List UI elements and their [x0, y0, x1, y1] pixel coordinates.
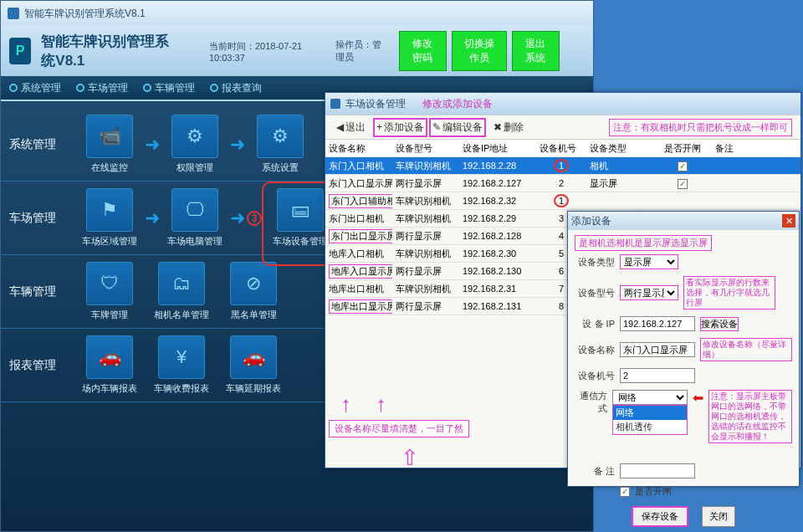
- menu-icon: [9, 84, 18, 92]
- tile-icon: ⊘: [246, 273, 261, 294]
- tile-label: 系统设置: [247, 161, 314, 174]
- name-input[interactable]: [620, 342, 695, 357]
- header: P 智能车牌识别管理系统V8.1 当前时间：2018-07-21 10:03:3…: [1, 26, 593, 76]
- remark-input[interactable]: [620, 463, 695, 478]
- menu-icon: [143, 84, 151, 92]
- save-button[interactable]: 保存设备: [632, 506, 688, 527]
- column-header: 设备机号: [536, 141, 586, 156]
- name-note: 修改设备名称（尽量详细）: [700, 338, 792, 361]
- comm-option-relay[interactable]: 相机透传: [613, 420, 687, 434]
- tile-icon: 🚗: [243, 346, 265, 368]
- close-button[interactable]: 关闭: [702, 506, 735, 527]
- exit-button[interactable]: ◀退出: [330, 117, 371, 138]
- nav-tile[interactable]: ⚙系统设置: [247, 115, 314, 174]
- comm-note: 注意：显示屏主板带网口的选网络，不带网口的选相机透传，选错的话在线监控不会显示和…: [708, 390, 792, 443]
- step-badge: 3: [247, 211, 262, 226]
- comm-label: 通信方式: [575, 390, 607, 415]
- arrow-left-icon: ⬅: [693, 390, 703, 406]
- titlebar: 智能车牌识别管理系统V8.1: [1, 1, 593, 26]
- tile-icon: ⚙: [187, 125, 203, 147]
- tile-label: 车辆延期报表: [220, 382, 287, 395]
- add-device-button[interactable]: +添加设备: [373, 118, 427, 137]
- nav-tile[interactable]: 🚗场内车辆报表: [76, 335, 143, 395]
- device-titlebar: 车场设备管理 修改或添加设备: [325, 93, 800, 115]
- nav-tile[interactable]: 🖵车场电脑管理: [161, 188, 228, 248]
- tile-icon: 🖵: [186, 199, 204, 221]
- switch-operator-button[interactable]: 切换操作员: [452, 31, 507, 71]
- table-row[interactable]: 东门入口显示屏两行显示屏192.168.2.1272显示屏✓: [325, 175, 800, 192]
- model-label: 设备型号: [575, 287, 615, 299]
- tile-icon: ⚑: [101, 199, 118, 221]
- arrow-right-icon: ➜: [145, 134, 160, 156]
- nav-tile[interactable]: ¥车辆收费报表: [148, 335, 215, 395]
- arrow-up-icon: ⇧: [401, 445, 419, 471]
- nav-tile[interactable]: ⊘黑名单管理: [220, 262, 287, 321]
- nav-tile[interactable]: ⚙权限管理: [161, 115, 228, 174]
- arrow-up-icon: ↑: [340, 391, 351, 417]
- comm-option-network[interactable]: 网络: [613, 406, 687, 420]
- tile-label: 车场电脑管理: [161, 235, 228, 248]
- device-toolbar: ◀退出 +添加设备 ✎编辑设备 ✖删除 注意：有双相机时只需把机号设成一样即可: [325, 115, 800, 140]
- close-icon[interactable]: ✕: [782, 214, 795, 228]
- nav-tile[interactable]: 📹在线监控: [76, 115, 143, 174]
- column-header: 设备类型: [586, 141, 653, 156]
- grid-header: 设备名称设备型号设备IP地址设备机号设备类型是否开闸备注: [325, 140, 800, 157]
- no-label: 设备机号: [575, 370, 615, 382]
- add-device-dialog: 添加设备 ✕ 是相机选相机是显示屏选显示屏 设备类型 显示屏 设备型号 两行显示…: [567, 211, 800, 487]
- menu-item[interactable]: 系统管理: [9, 81, 61, 95]
- table-row[interactable]: 东门入口相机车牌识别相机192.168.2.281相机✓: [325, 157, 800, 175]
- warning-note: 注意：有双相机时只需把机号设成一样即可: [609, 119, 792, 136]
- section-label: 车辆管理: [9, 284, 76, 299]
- delete-button[interactable]: ✖删除: [488, 117, 529, 138]
- tile-label: 场内车辆报表: [76, 382, 143, 395]
- menu-item[interactable]: 车场管理: [76, 81, 128, 95]
- column-header: 设备IP地址: [459, 141, 536, 156]
- dialog-titlebar: 添加设备 ✕: [568, 212, 799, 230]
- type-select[interactable]: 显示屏: [620, 254, 678, 269]
- tile-icon: 🗂: [172, 273, 191, 294]
- titlebar-text: 智能车牌识别管理系统V8.1: [24, 7, 146, 21]
- menu-item[interactable]: 报表查询: [210, 81, 262, 95]
- menu-icon: [210, 84, 218, 92]
- nav-tile[interactable]: 🗂相机名单管理: [148, 262, 215, 321]
- nav-tile[interactable]: 🖴车场设备管理: [267, 188, 334, 248]
- no-input[interactable]: [620, 368, 695, 383]
- tile-label: 权限管理: [161, 161, 228, 174]
- comm-select[interactable]: 网络: [612, 390, 688, 405]
- window-icon: [330, 99, 340, 109]
- open-gate-label: 是否开闸: [635, 485, 672, 498]
- tile-icon: 📹: [99, 125, 121, 147]
- type-hint: 是相机选相机是显示屏选显示屏: [575, 235, 712, 251]
- nav-tile[interactable]: 🚗车辆延期报表: [220, 335, 287, 395]
- model-select[interactable]: 两行显示屏: [620, 285, 678, 300]
- tile-label: 车场区域管理: [76, 235, 143, 248]
- open-gate-checkbox[interactable]: ✓: [620, 487, 630, 497]
- column-header: 备注: [712, 141, 762, 156]
- column-header: 设备名称: [325, 141, 392, 156]
- table-row[interactable]: 东门入口辅助相机车牌识别相机192.168.2.321: [325, 192, 800, 210]
- search-device-button[interactable]: 搜索设备: [700, 317, 739, 331]
- tile-label: 相机名单管理: [148, 309, 215, 321]
- menu-icon: [76, 84, 84, 92]
- device-title: 车场设备管理: [345, 97, 406, 111]
- tile-label: 黑名单管理: [220, 309, 287, 321]
- edit-device-button[interactable]: ✎编辑设备: [429, 118, 486, 137]
- nav-tile[interactable]: ⚑车场区域管理: [76, 188, 143, 248]
- arrow-right-icon: ➜: [230, 207, 245, 229]
- app-title: 智能车牌识别管理系统V8.1: [41, 32, 182, 70]
- section-label: 系统管理: [9, 137, 76, 152]
- ip-label: 设 备 IP: [575, 318, 615, 330]
- ip-input[interactable]: [620, 316, 695, 331]
- nav-tile[interactable]: 🛡车牌管理: [76, 262, 143, 321]
- dialog-title: 添加设备: [571, 214, 611, 228]
- app-icon: [8, 8, 19, 19]
- operator: 操作员：管理员: [335, 38, 388, 64]
- tile-label: 车场设备管理: [267, 235, 334, 248]
- menu-item[interactable]: 车辆管理: [143, 81, 195, 95]
- arrow-up-icon: ↑: [376, 391, 386, 417]
- section-label: 车场管理: [9, 211, 76, 226]
- section-label: 报表管理: [9, 358, 76, 373]
- change-password-button[interactable]: 修改密码: [399, 31, 447, 71]
- exit-system-button[interactable]: 退出系统: [512, 31, 560, 71]
- device-subtitle: 修改或添加设备: [422, 97, 493, 111]
